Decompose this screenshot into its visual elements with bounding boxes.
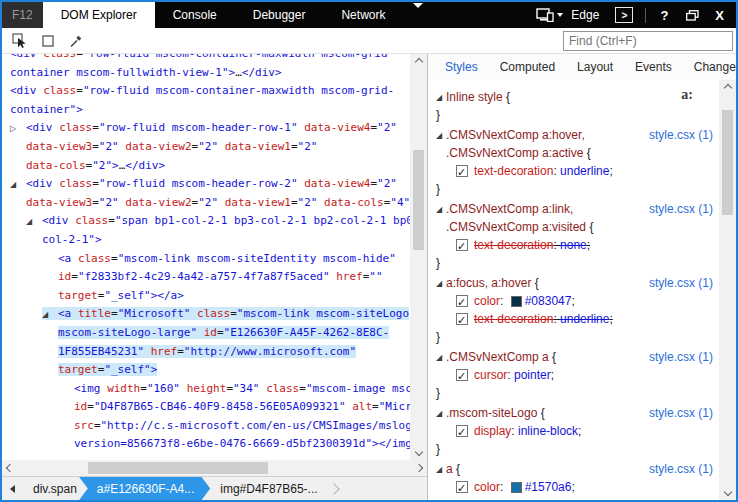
property-name[interactable]: color xyxy=(474,478,500,496)
dom-tree-line[interactable]: version=856673f8-e6be-0476-6669-d5bf2300… xyxy=(2,435,410,454)
scroll-down-button[interactable] xyxy=(719,489,736,498)
collapse-icon[interactable]: ◢ xyxy=(42,306,58,325)
collapse-icon[interactable]: ◢ xyxy=(436,201,442,219)
dom-tree-line[interactable]: data-view3="2" data-view2="2" data-view1… xyxy=(2,138,410,157)
breadcrumb-item[interactable]: div.span xyxy=(23,477,87,501)
property-value[interactable]: #083047 xyxy=(525,292,572,310)
css-property[interactable]: color: #083047; xyxy=(436,292,715,310)
property-value[interactable]: underline xyxy=(560,162,609,180)
property-checkbox[interactable] xyxy=(456,425,468,437)
collapse-icon[interactable]: ◢ xyxy=(436,89,442,107)
property-name[interactable]: display xyxy=(474,422,511,440)
dom-tree-line[interactable]: 1F855EB45231" href="http://www.microsoft… xyxy=(2,343,410,362)
dom-tree-line[interactable]: src="http://c.s-microsoft.com/en-us/CMSI… xyxy=(2,417,410,436)
property-value[interactable]: none xyxy=(560,236,587,254)
collapse-icon[interactable]: ◢ xyxy=(436,405,442,423)
css-property[interactable]: text-decoration: underline; xyxy=(436,162,715,180)
find-input[interactable] xyxy=(563,31,733,51)
style-source-link[interactable]: style.csx (1) xyxy=(649,460,713,478)
breadcrumb-back-icon[interactable] xyxy=(10,485,15,493)
scroll-right-button[interactable] xyxy=(416,460,425,476)
dom-tree-line[interactable]: ▷<div class="row-fluid mscom-header-row-… xyxy=(2,119,410,138)
dom-tree-line[interactable]: ◢<div class="row-fluid mscom-header-row-… xyxy=(2,175,410,194)
collapse-icon[interactable]: ◢ xyxy=(436,127,442,145)
dom-tree-line[interactable]: id="D4F87B65-CB46-40F9-8458-56E05A099321… xyxy=(2,398,410,417)
dom-tree-line[interactable]: target="_self"></a> xyxy=(2,287,410,306)
style-source-link[interactable]: style.csx (1) xyxy=(649,126,713,144)
scroll-up-button[interactable] xyxy=(410,56,427,65)
style-source-link[interactable]: style.csx (1) xyxy=(649,404,713,422)
property-name[interactable]: text-decoration xyxy=(474,162,553,180)
dom-tree-line[interactable]: container"> xyxy=(2,101,410,120)
tab-debugger[interactable]: Debugger xyxy=(235,2,324,28)
rule-selector[interactable]: ◢.CMSvNextComp a {style.csx (1) xyxy=(436,348,715,366)
dom-tree-line[interactable]: mscom-siteLogo-large" id="E126630F-A45F-… xyxy=(2,324,410,343)
scrollbar-thumb[interactable] xyxy=(413,150,424,250)
collapse-icon[interactable]: ◢ xyxy=(26,213,42,232)
collapse-icon[interactable]: ◢ xyxy=(10,176,26,195)
styles-tab-changes[interactable]: Changes xyxy=(683,60,738,74)
scrollbar-thumb[interactable] xyxy=(88,462,268,474)
breadcrumb-item[interactable]: a#E126630F-A4... xyxy=(79,477,210,501)
property-value[interactable]: pointer xyxy=(514,366,551,384)
rule-selector[interactable]: ◢.CMSvNextComp a:link,style.csx (1) xyxy=(436,200,715,218)
css-property[interactable]: color: #1570a6; xyxy=(436,478,715,496)
expand-icon[interactable]: ▷ xyxy=(10,120,26,139)
property-name[interactable]: color xyxy=(474,292,500,310)
property-checkbox[interactable] xyxy=(456,481,468,493)
style-source-link[interactable]: style.csx (1) xyxy=(649,274,713,292)
scroll-left-button[interactable] xyxy=(4,460,13,476)
dom-tree-line[interactable]: container mscom-fullwidth-view-1">…</div… xyxy=(2,64,410,83)
device-emulation-button[interactable] xyxy=(530,8,569,22)
more-tabs-button[interactable] xyxy=(403,2,434,28)
dom-tree-line[interactable]: <div class="row-fluid mscom-container-ma… xyxy=(2,54,410,64)
dom-tree-line[interactable]: ◢<a title="Microsoft" class="mscom-link … xyxy=(2,305,410,324)
breadcrumb-item[interactable]: img#D4F87B65-... xyxy=(210,477,327,501)
css-property[interactable]: text-decoration: none; xyxy=(436,236,715,254)
collapse-icon[interactable]: ◢ xyxy=(436,275,442,293)
rule-selector[interactable]: ◢.CMSvNextComp a:hover,style.csx (1) xyxy=(436,126,715,144)
css-property[interactable]: cursor: pointer; xyxy=(436,366,715,384)
property-name[interactable]: text-decoration xyxy=(474,310,553,328)
property-checkbox[interactable] xyxy=(456,295,468,307)
css-property[interactable]: text-decoration: underline; xyxy=(436,310,715,328)
dom-tree-line[interactable]: data-view3="2" data-view2="2" data-view1… xyxy=(2,194,410,213)
rule-selector[interactable]: ◢a:focus, a:hover {style.csx (1) xyxy=(436,274,715,292)
rule-selector[interactable]: ◢Inline style { xyxy=(436,88,715,106)
dom-tree-line[interactable]: <div class="row-fluid mscom-container-ma… xyxy=(2,82,410,101)
rule-selector[interactable]: .CMSvNextComp a:active { xyxy=(436,144,715,162)
collapse-icon[interactable]: ◢ xyxy=(436,349,442,367)
styles-tab-styles[interactable]: Styles xyxy=(434,60,489,74)
dom-tree-line[interactable]: id="f2833bf2-4c29-4a42-a757-4f7a87f5aced… xyxy=(2,268,410,287)
styles-tab-layout[interactable]: Layout xyxy=(566,60,624,74)
color-picker-button[interactable] xyxy=(64,31,88,51)
debug-target-label[interactable]: Edge xyxy=(569,8,607,22)
property-checkbox[interactable] xyxy=(456,313,468,325)
tab-network[interactable]: Network xyxy=(323,2,403,28)
property-value[interactable]: underline xyxy=(560,310,609,328)
styles-tab-computed[interactable]: Computed xyxy=(489,60,566,74)
rule-selector[interactable]: ◢.mscom-siteLogo {style.csx (1) xyxy=(436,404,715,422)
style-source-link[interactable]: style.csx (1) xyxy=(649,200,713,218)
dom-tree-line[interactable]: data-cols="2">…</div> xyxy=(2,157,410,176)
dom-tree-line[interactable]: <a class="mscom-link mscom-siteIdentity … xyxy=(2,250,410,269)
dom-tree-horizontal-scrollbar[interactable] xyxy=(2,460,427,476)
element-highlight-button[interactable] xyxy=(36,31,60,51)
scrollbar-thumb[interactable] xyxy=(722,110,733,215)
styles-vertical-scrollbar[interactable] xyxy=(719,80,736,500)
property-name[interactable]: text-decoration xyxy=(474,236,553,254)
property-name[interactable]: cursor xyxy=(474,366,507,384)
dom-tree-vertical-scrollbar[interactable] xyxy=(410,54,427,460)
scroll-down-button[interactable] xyxy=(410,449,427,458)
property-checkbox[interactable] xyxy=(456,165,468,177)
rule-selector[interactable]: ◢a {style.csx (1) xyxy=(436,460,715,478)
scroll-up-button[interactable] xyxy=(719,82,736,91)
tab-console[interactable]: Console xyxy=(155,2,235,28)
unpin-window-button[interactable] xyxy=(678,10,707,21)
property-checkbox[interactable] xyxy=(456,369,468,381)
help-button[interactable]: ? xyxy=(650,8,678,23)
rule-selector[interactable]: .CMSvNextComp a:visited { xyxy=(436,218,715,236)
css-property[interactable]: display: inline-block; xyxy=(436,422,715,440)
tab-dom-explorer[interactable]: DOM Explorer xyxy=(43,2,155,28)
property-value[interactable]: #1570a6 xyxy=(525,478,572,496)
